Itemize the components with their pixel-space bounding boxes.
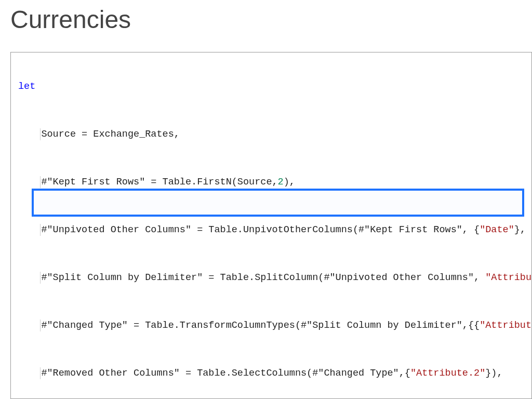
code-line: #"Unpivoted Other Columns" = Table.Unpiv… [18,224,480,235]
code-line: Source = Exchange_Rates, [18,129,180,140]
page-title: Currencies [10,5,532,34]
keyword-let: let [18,81,35,92]
code-block[interactable]: let Source = Exchange_Rates, #"Kept Firs… [18,57,531,399]
code-editor[interactable]: let Source = Exchange_Rates, #"Kept Firs… [10,52,532,399]
code-line: #"Split Column by Delimiter" = Table.Spl… [18,272,485,283]
code-line: #"Removed Other Columns" = Table.SelectC… [18,368,410,379]
code-line: #"Changed Type" = Table.TransformColumnT… [18,320,480,331]
code-line: #"Kept First Rows" = Table.FirstN(Source… [18,177,278,188]
